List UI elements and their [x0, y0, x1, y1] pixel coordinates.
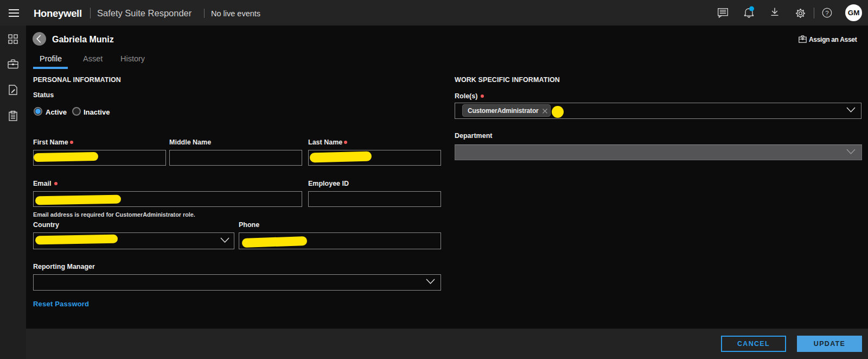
svg-text:?: ? [825, 10, 828, 16]
